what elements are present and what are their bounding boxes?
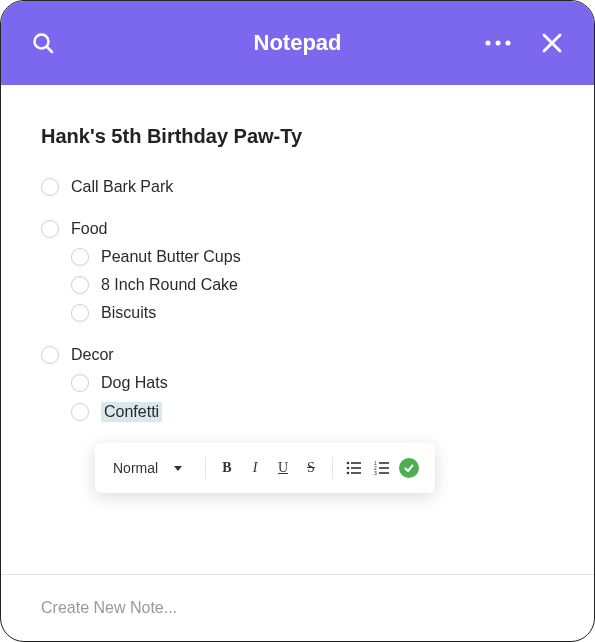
format-select[interactable]: Normal: [105, 456, 195, 480]
list-item[interactable]: Peanut Butter Cups: [71, 248, 554, 266]
item-label[interactable]: Biscuits: [101, 304, 156, 322]
item-label[interactable]: Decor: [71, 346, 114, 364]
underline-button[interactable]: U: [272, 457, 294, 479]
svg-rect-16: [379, 467, 389, 469]
checkbox-icon[interactable]: [71, 403, 89, 421]
confirm-icon[interactable]: [399, 458, 419, 478]
item-label[interactable]: Call Bark Park: [71, 178, 173, 196]
svg-line-1: [47, 47, 52, 52]
divider: [332, 457, 333, 479]
checkbox-icon[interactable]: [71, 248, 89, 266]
svg-point-7: [347, 462, 350, 465]
close-icon[interactable]: [538, 29, 566, 57]
item-label[interactable]: Peanut Butter Cups: [101, 248, 241, 266]
list-item[interactable]: Dog Hats: [71, 374, 554, 392]
svg-text:3: 3: [374, 470, 377, 476]
item-label[interactable]: Dog Hats: [101, 374, 168, 392]
list-item[interactable]: Biscuits: [71, 304, 554, 322]
list-item[interactable]: Confetti: [71, 402, 554, 422]
footer: [1, 574, 594, 641]
svg-rect-8: [351, 462, 361, 464]
checkbox-icon[interactable]: [71, 374, 89, 392]
checkbox-icon[interactable]: [41, 220, 59, 238]
list-item[interactable]: Food: [41, 220, 554, 238]
format-toolbar: Normal B I U S 1 2 3: [95, 443, 435, 493]
item-label[interactable]: Food: [71, 220, 107, 238]
note-title[interactable]: Hank's 5th Birthday Paw-Ty: [41, 125, 554, 148]
bullet-list-button[interactable]: [343, 457, 365, 479]
checkbox-icon[interactable]: [41, 178, 59, 196]
svg-rect-10: [351, 467, 361, 469]
numbered-list-button[interactable]: 1 2 3: [371, 457, 393, 479]
checkbox-icon[interactable]: [71, 304, 89, 322]
svg-point-3: [496, 41, 501, 46]
checkbox-icon[interactable]: [41, 346, 59, 364]
search-icon[interactable]: [29, 29, 57, 57]
divider: [205, 457, 206, 479]
svg-point-4: [506, 41, 511, 46]
new-note-input[interactable]: [41, 599, 554, 617]
note-content: Hank's 5th Birthday Paw-Ty Call Bark Par…: [1, 85, 594, 574]
header: Notepad: [1, 1, 594, 85]
svg-point-2: [486, 41, 491, 46]
item-label[interactable]: Confetti: [101, 402, 162, 422]
list-item[interactable]: 8 Inch Round Cake: [71, 276, 554, 294]
app-title: Notepad: [254, 30, 342, 56]
svg-rect-18: [379, 472, 389, 474]
item-label[interactable]: 8 Inch Round Cake: [101, 276, 238, 294]
more-icon[interactable]: [484, 29, 512, 57]
format-label: Normal: [113, 460, 158, 476]
list-item[interactable]: Call Bark Park: [41, 178, 554, 196]
svg-rect-12: [351, 472, 361, 474]
chevron-down-icon: [174, 466, 182, 471]
bold-button[interactable]: B: [216, 457, 238, 479]
svg-point-9: [347, 467, 350, 470]
italic-button[interactable]: I: [244, 457, 266, 479]
svg-point-11: [347, 472, 350, 475]
checkbox-icon[interactable]: [71, 276, 89, 294]
list-item[interactable]: Decor: [41, 346, 554, 364]
svg-rect-14: [379, 462, 389, 464]
strike-button[interactable]: S: [300, 457, 322, 479]
